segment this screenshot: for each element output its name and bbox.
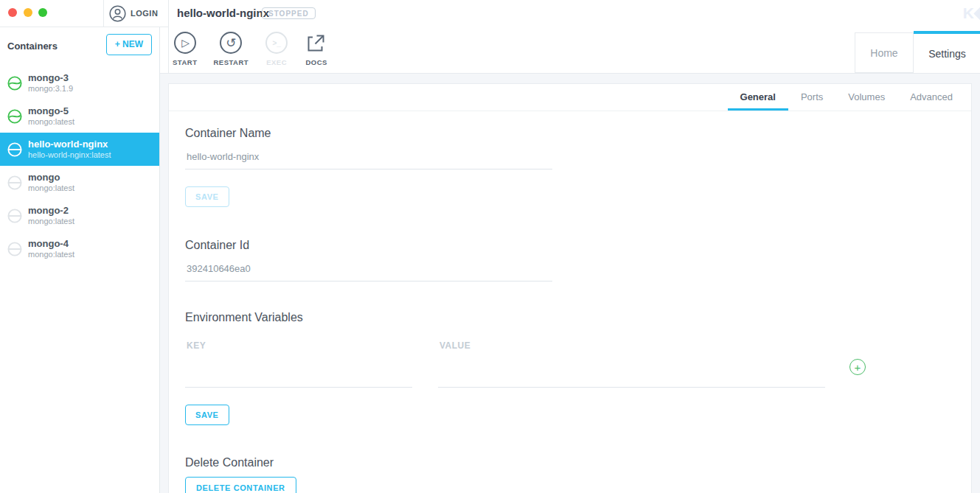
terminal-circle-icon: >_ — [265, 32, 288, 54]
container-id-value — [185, 263, 552, 282]
tab-home[interactable]: Home — [855, 32, 914, 73]
start-button[interactable]: ▷ START — [173, 32, 197, 66]
container-name: mongo — [28, 172, 74, 183]
app-window: LOGIN Containers + NEW mongo-3 mongo:3.1… — [0, 0, 980, 493]
new-container-button[interactable]: + NEW — [106, 34, 152, 55]
login-label: LOGIN — [131, 9, 158, 18]
container-image: mongo:latest — [28, 250, 74, 259]
tab-settings[interactable]: Settings — [914, 31, 980, 73]
container-stopped-icon — [7, 142, 22, 157]
minimize-window-button[interactable] — [24, 8, 32, 17]
container-image: mongo:latest — [28, 117, 74, 127]
container-image: mongo:3.1.9 — [28, 84, 73, 94]
page-title: hello-world-nginx — [177, 7, 269, 19]
container-image: hello-world-nginx:latest — [28, 150, 111, 160]
status-badge: STOPPED — [262, 7, 316, 19]
list-item-mongo[interactable]: mongo mongo:latest — [0, 166, 159, 199]
list-item-hello-world-nginx[interactable]: hello-world-nginx hello-world-nginx:late… — [0, 133, 159, 166]
container-stopped-icon — [7, 242, 22, 256]
settings-tab-bar: General Ports Volumes Advanced — [169, 84, 971, 111]
close-window-button[interactable] — [8, 8, 17, 17]
maximize-window-button[interactable] — [38, 8, 47, 17]
save-env-vars-button[interactable]: SAVE — [185, 405, 229, 425]
restart-circle-icon: ↺ — [220, 32, 242, 54]
save-name-button: SAVE — [185, 186, 229, 207]
tab-ports[interactable]: Ports — [788, 84, 835, 111]
login-button[interactable]: LOGIN — [104, 0, 168, 27]
sidebar: Containers + NEW mongo-3 mongo:3.1.9 mon… — [0, 27, 160, 493]
docs-button[interactable]: DOCS — [305, 32, 328, 66]
container-name: mongo-3 — [28, 72, 73, 84]
list-item-mongo-3[interactable]: mongo-3 mongo:3.1.9 — [0, 66, 159, 99]
delete-container-button[interactable]: DELETE CONTAINER — [185, 477, 296, 493]
container-name-input[interactable] — [185, 151, 552, 169]
container-name: mongo-2 — [28, 205, 74, 217]
environment-variables-heading: Environment Variables — [185, 311, 955, 324]
window-controls — [0, 0, 104, 27]
container-id-heading: Container Id — [185, 239, 955, 252]
toolbar: ▷ START ↺ RESTART >_ EXEC DOCS — [173, 32, 328, 66]
container-running-icon — [7, 109, 22, 124]
header: hello-world-nginx STOPPED K ▷ START ↺ RE… — [168, 0, 980, 73]
env-key-input[interactable] — [185, 367, 412, 388]
tab-advanced[interactable]: Advanced — [897, 84, 965, 111]
container-stopped-icon — [7, 209, 22, 223]
env-value-label: VALUE — [439, 340, 851, 351]
container-name: hello-world-nginx — [28, 139, 111, 150]
container-running-icon — [7, 76, 22, 91]
container-stopped-icon — [7, 175, 22, 190]
env-vars-row: KEY VALUE + — [185, 340, 955, 388]
list-item-mongo-5[interactable]: mongo-5 mongo:latest — [0, 99, 159, 133]
user-avatar-icon — [109, 5, 126, 22]
plus-icon: + — [855, 361, 861, 374]
containers-header: Containers — [7, 41, 58, 52]
restart-button[interactable]: ↺ RESTART — [213, 32, 249, 66]
tab-volumes[interactable]: Volumes — [835, 84, 897, 111]
settings-panel: General Ports Volumes Advanced Container… — [168, 83, 972, 493]
container-name-heading: Container Name — [185, 127, 955, 140]
delete-container-heading: Delete Container — [185, 456, 955, 469]
exec-button: >_ EXEC — [265, 32, 288, 66]
tab-general[interactable]: General — [728, 84, 788, 111]
play-circle-icon: ▷ — [174, 32, 196, 54]
env-value-input[interactable] — [438, 367, 825, 388]
kitematic-logo: K — [963, 4, 980, 22]
list-item-mongo-4[interactable]: mongo-4 mongo:latest — [0, 232, 159, 265]
container-name: mongo-4 — [28, 238, 74, 250]
add-env-var-button[interactable]: + — [849, 359, 866, 375]
container-list: mongo-3 mongo:3.1.9 mongo-5 mongo:latest… — [0, 66, 159, 265]
list-item-mongo-2[interactable]: mongo-2 mongo:latest — [0, 199, 159, 232]
env-key-label: KEY — [187, 340, 438, 351]
container-image: mongo:latest — [28, 183, 74, 193]
container-image: mongo:latest — [28, 217, 74, 226]
external-link-icon — [305, 32, 327, 54]
container-name: mongo-5 — [28, 105, 74, 117]
